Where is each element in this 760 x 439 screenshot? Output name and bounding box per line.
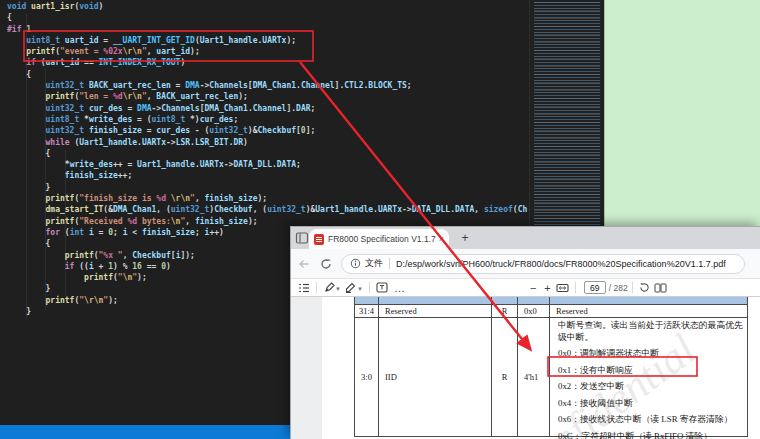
pdf-file-icon xyxy=(314,234,324,245)
zoom-out-button[interactable]: − xyxy=(526,282,540,294)
pdf-viewer-window: FR8000 Specification V1.1.7.pdf × + xyxy=(290,226,760,439)
chevron-down-icon[interactable]: ▼ xyxy=(357,286,363,292)
code-line: #if 1 xyxy=(7,24,527,35)
table-header-cell xyxy=(550,297,747,305)
screen: void uart1_isr(void){#if 1 uint8_t uart_… xyxy=(0,0,760,439)
add-text-icon[interactable] xyxy=(374,281,390,295)
code-line: while (Uart1_handle.UARTx->LSR.LSR_BIT.D… xyxy=(7,137,527,148)
code-line: uint8_t *write_des = (uint8_t *)cur_des; xyxy=(7,114,527,125)
fit-to-width-icon[interactable] xyxy=(555,281,571,295)
pdf-toolbar: ▼ ▼ … − + xyxy=(291,279,760,297)
zoom-in-button[interactable]: + xyxy=(540,282,554,294)
register-table: 31:4 Reserved R 0x0 Reserved 3:0 IID R 4… xyxy=(354,297,748,437)
code-line: void uart1_isr(void) xyxy=(7,1,527,12)
code-line: { xyxy=(7,12,527,23)
table-of-contents-icon[interactable] xyxy=(296,281,312,295)
page-total-label: / 282 xyxy=(609,283,628,293)
reset-cell: 0x0 xyxy=(518,305,550,318)
url-scheme-label: 文件 xyxy=(365,257,383,270)
desc-cell: Reserved xyxy=(550,305,747,318)
iid-desc-line: 中断号查询。读出当前处于活跃状态的最高优先 xyxy=(558,320,743,332)
chevron-down-icon[interactable]: ▼ xyxy=(335,286,341,292)
reset-cell: 4'h1 xyxy=(518,318,550,436)
new-tab-button[interactable]: + xyxy=(457,230,473,246)
iid-desc-line: 0xC：字符超时中断（读 RxFIFO 清除） xyxy=(558,431,743,439)
code-line: } xyxy=(7,182,527,193)
tab-actions-icon[interactable] xyxy=(295,231,309,245)
code-line: *write_des++ = Uart1_handle.UARTx->DATA_… xyxy=(7,159,527,170)
address-bar: 文件 D:/esp/work/svn/PH600/truck/FR800/doc… xyxy=(291,249,760,279)
pdf-page: 31:4 Reserved R 0x0 Reserved 3:0 IID R 4… xyxy=(322,297,760,439)
divider xyxy=(389,258,390,269)
iid-description-cell: 中断号查询。读出当前处于活跃状态的最高优先级中断。0x0：调制解调器状态中断0x… xyxy=(550,318,747,436)
rw-cell: R xyxy=(492,305,518,318)
iid-desc-line: 0x6：接收线状态中断（读 LSR 寄存器清除） xyxy=(558,414,743,426)
code-line: if (uart_id == INT_INDEX_RX_TOUT) xyxy=(7,57,527,68)
code-line: uint32_t BACK_uart_rec_len = DMA->Channe… xyxy=(7,80,527,91)
page-number-input[interactable] xyxy=(584,281,606,294)
back-icon[interactable] xyxy=(295,255,313,273)
tab-strip: FR8000 Specification V1.1.7.pdf × + xyxy=(291,227,760,249)
code-line: uint32_t cur_des = DMA->Channels[DMA_Cha… xyxy=(7,103,527,114)
iid-desc-line: 0x1：没有中断响应 xyxy=(558,365,743,377)
bit-cell: 3:0 xyxy=(355,318,379,436)
rw-cell: R xyxy=(492,318,518,436)
bit-cell: 31:4 xyxy=(355,305,379,318)
iid-desc-line: 0x2：发送空中断 xyxy=(558,381,743,393)
code-line: printf("finish_size is %d \r\n", finish_… xyxy=(7,193,527,204)
iid-desc-line: 0x4：接收阈值中断 xyxy=(558,398,743,410)
code-line: uint32_t finish_size = cur_des - (uint32… xyxy=(7,125,527,136)
table-header-cell xyxy=(355,297,379,305)
code-line: printf("event = %02x\r\n", uart_id); xyxy=(7,46,527,57)
tab-close-icon[interactable]: × xyxy=(439,234,444,244)
code-line: { xyxy=(7,148,527,159)
divider xyxy=(316,282,317,293)
iid-desc-line: 0x0：调制解调器状态中断 xyxy=(558,348,743,360)
code-line: finish_size++; xyxy=(7,170,527,181)
status-bar xyxy=(0,425,292,439)
iid-desc-line: 级中断。 xyxy=(558,332,743,344)
code-line: uint8_t uart_id = __UART_INT_GET_ID(Uart… xyxy=(7,35,527,46)
divider xyxy=(575,282,576,293)
refresh-icon[interactable] xyxy=(317,255,335,273)
table-header-cell xyxy=(492,297,518,305)
rotate-icon[interactable] xyxy=(637,281,653,295)
tab-title: FR8000 Specification V1.1.7.pdf xyxy=(328,234,436,244)
background-panel xyxy=(604,0,760,228)
divider xyxy=(632,282,633,293)
pdf-content-area[interactable]: 31:4 Reserved R 0x0 Reserved 3:0 IID R 4… xyxy=(291,297,760,439)
address-field[interactable]: 文件 D:/esp/work/svn/PH600/truck/FR800/doc… xyxy=(341,254,745,274)
code-line: printf("len = %d\r\n", BACK_uart_rec_len… xyxy=(7,91,527,102)
url-text: D:/esp/work/svn/PH600/truck/FR800/docs/F… xyxy=(396,259,726,269)
divider xyxy=(369,282,370,293)
code-line: { xyxy=(7,69,527,80)
table-header-cell xyxy=(379,297,492,305)
code-line: dma_start_IT(&DMA_Chan1, (uint32_t)Check… xyxy=(7,204,527,215)
more-options-button[interactable]: … xyxy=(390,282,410,294)
name-cell: Reserved xyxy=(379,305,492,318)
info-icon xyxy=(350,258,361,269)
page-view-icon[interactable] xyxy=(653,281,669,295)
table-header-cell xyxy=(518,297,550,305)
name-cell: IID xyxy=(379,318,492,436)
browser-tab[interactable]: FR8000 Specification V1.1.7.pdf × xyxy=(309,229,449,249)
